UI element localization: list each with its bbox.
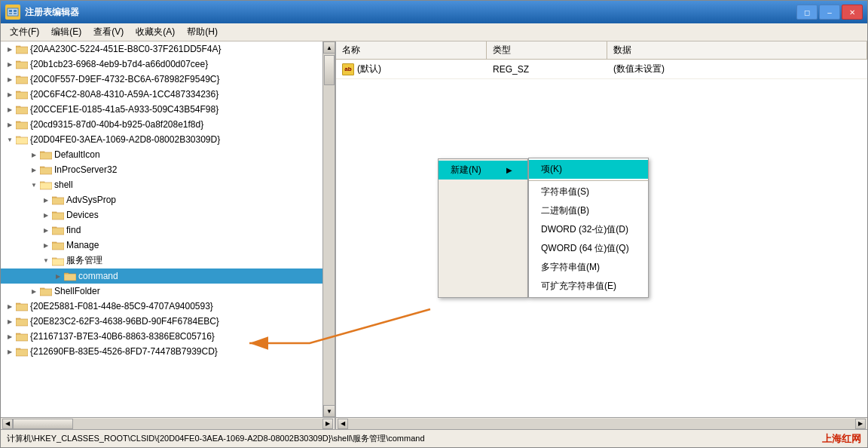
scroll-track-v[interactable] xyxy=(323,54,335,405)
tree-expand-icon[interactable]: ▶ xyxy=(4,88,16,100)
ctx-qword-val[interactable]: QWORD (64 位)值(Q) xyxy=(529,239,648,258)
scroll-thumb-v[interactable] xyxy=(324,55,335,85)
scroll-up-btn[interactable]: ▲ xyxy=(323,41,335,54)
svg-rect-1 xyxy=(9,10,12,12)
menu-file[interactable]: 文件(F) xyxy=(4,24,45,40)
ctx-expand-label: 可扩充字符串值(E) xyxy=(541,280,616,293)
tree-item-label: {20b1cb23-6968-4eb9-b7d4-a66d00d07cee} xyxy=(30,59,208,69)
folder-icon xyxy=(16,134,28,145)
reg-entry: ab (默认) xyxy=(342,63,481,75)
tree-expand-icon[interactable]: ▶ xyxy=(40,194,52,206)
scroll-track-left[interactable] xyxy=(13,419,322,429)
tree-item[interactable]: ▶{20b1cb23-6968-4eb9-b7d4-a66d00d07cee} xyxy=(1,57,322,72)
minimize-button[interactable]: – xyxy=(819,5,840,20)
tree-item-label: AdvSysProp xyxy=(66,195,116,205)
tree-expand-icon[interactable]: ▶ xyxy=(52,270,64,282)
tree-pane[interactable]: ▶{20AA230C-5224-451E-B8C0-37F261DD5F4A}▶… xyxy=(1,41,336,417)
close-button[interactable]: ✕ xyxy=(842,5,863,20)
svg-rect-12 xyxy=(16,92,28,99)
tree-expand-icon[interactable]: ▶ xyxy=(40,224,52,236)
tree-expand-icon[interactable]: ▶ xyxy=(28,149,40,161)
window-title: 注册表编辑器 xyxy=(25,6,796,19)
ctx-expand-val[interactable]: 可扩充字符串值(E) xyxy=(529,277,648,296)
tree-expand-icon[interactable]: ▶ xyxy=(4,118,16,130)
submenu-parent: 新建(N) ▶ xyxy=(438,158,528,298)
brand-label: 上海红网 xyxy=(822,432,861,446)
svg-rect-2 xyxy=(14,10,17,12)
ctx-binary-val[interactable]: 二进制值(B) xyxy=(529,201,648,220)
folder-icon xyxy=(16,316,28,327)
tree-item[interactable]: ▶InProcServer32 xyxy=(1,162,322,177)
tree-item[interactable]: ▶{20C0F557-D9EF-4732-BC6A-678982F9549C} xyxy=(1,72,322,87)
svg-rect-16 xyxy=(16,122,28,129)
tree-item[interactable]: ▶Devices xyxy=(1,207,322,222)
menu-help[interactable]: 帮助(H) xyxy=(181,24,224,40)
tree-item[interactable]: ▶{20C6F4C2-80A8-4310-A59A-1CC487334236} xyxy=(1,87,322,102)
svg-rect-20 xyxy=(40,152,52,159)
ctx-string-val[interactable]: 字符串值(S) xyxy=(529,183,648,201)
tree-item[interactable]: ▶ShellFolder xyxy=(1,284,322,299)
col-header-type: 类型 xyxy=(487,41,607,59)
registry-editor-window: 注册表编辑器 ◻ – ✕ 文件(F) 编辑(E) 查看(V) 收藏夹(A) 帮助… xyxy=(0,0,868,448)
tree-expand-icon[interactable]: ▶ xyxy=(4,73,16,85)
ctx-dword-val[interactable]: DWORD (32-位)值(D) xyxy=(529,220,648,239)
tree-item[interactable]: ▼服务管理 xyxy=(1,253,322,268)
tree-item[interactable]: ▶{20cd9315-87d0-40b4-b925-0a8f208e1f8d} xyxy=(1,117,322,132)
menu-favorites[interactable]: 收藏夹(A) xyxy=(130,24,181,40)
ctx-key[interactable]: 项(K) xyxy=(529,160,648,179)
ctx-multi-val[interactable]: 多字符串值(M) xyxy=(529,258,648,277)
tree-item[interactable]: ▶command xyxy=(1,268,322,284)
tree-item-label: Devices xyxy=(66,210,99,220)
ctx-dword-label: DWORD (32-位)值(D) xyxy=(541,223,628,236)
tree-item[interactable]: ▶find xyxy=(1,222,322,238)
scroll-thumb-left[interactable] xyxy=(13,419,73,429)
tree-expand-icon[interactable]: ▼ xyxy=(4,133,16,146)
context-menu: 新建(N) ▶ 项(K) 字符串值(S) 二进制值(B) xyxy=(438,158,649,298)
tree-expand-icon[interactable]: ▶ xyxy=(4,58,16,70)
scroll-track-right[interactable] xyxy=(348,419,855,429)
reg-name: (默认) xyxy=(357,63,381,75)
tree-scrollbar-v[interactable]: ▲ ▼ xyxy=(322,41,335,417)
tree-expand-icon[interactable]: ▶ xyxy=(4,330,16,342)
scroll-left-btn[interactable]: ◀ xyxy=(2,419,13,429)
left-scroll-area[interactable]: ◀ ▶ xyxy=(1,418,336,429)
svg-rect-46 xyxy=(16,349,28,356)
tree-expand-icon[interactable]: ▶ xyxy=(4,43,16,55)
tree-expand-icon[interactable]: ▼ xyxy=(40,255,52,267)
tree-expand-icon[interactable]: ▶ xyxy=(40,239,52,251)
tree-item[interactable]: ▶{212690FB-83E5-4526-8FD7-74478B7939CD} xyxy=(1,344,322,359)
scroll-right-right-btn[interactable]: ▶ xyxy=(855,419,866,429)
tree-item[interactable]: ▼{20D04FE0-3AEA-1069-A2D8-08002B30309D} xyxy=(1,132,322,147)
tree-item[interactable]: ▶Manage xyxy=(1,238,322,253)
tree-item[interactable]: ▶{20AA230C-5224-451E-B8C0-37F261DD5F4A} xyxy=(1,41,322,57)
menu-view[interactable]: 查看(V) xyxy=(87,24,130,40)
scroll-right-btn[interactable]: ▶ xyxy=(322,419,333,429)
tree-expand-icon[interactable]: ▼ xyxy=(28,179,40,191)
tree-item[interactable]: ▼shell xyxy=(1,177,322,192)
restore-button[interactable]: ◻ xyxy=(796,5,818,20)
tree-expand-icon[interactable]: ▶ xyxy=(28,164,40,176)
tree-item[interactable]: ▶{20CCEF1E-0185-41a5-A933-509C43B54F98} xyxy=(1,102,322,117)
tree-item[interactable]: ▶{20E25881-F081-448e-85C9-4707A9400593} xyxy=(1,299,322,314)
scroll-down-btn[interactable]: ▼ xyxy=(323,405,335,417)
ctx-new-item[interactable]: 新建(N) ▶ xyxy=(439,161,527,180)
tree-item[interactable]: ▶{21167137-B7E3-40B6-8863-8386E8C05716} xyxy=(1,329,322,344)
tree-item[interactable]: ▶DefaultIcon xyxy=(1,147,322,162)
tree-item[interactable]: ▶AdvSysProp xyxy=(1,192,322,207)
tree-expand-icon[interactable]: ▶ xyxy=(4,103,16,115)
tree-expand-icon[interactable]: ▶ xyxy=(28,285,40,297)
submenu-child: 项(K) 字符串值(S) 二进制值(B) DWORD (32-位)值(D) QW… xyxy=(528,158,649,298)
tree-item[interactable]: ▶{20E823C2-62F3-4638-96BD-90F4F6784EBC} xyxy=(1,314,322,329)
tree-expand-icon[interactable]: ▶ xyxy=(40,209,52,221)
table-row[interactable]: ab (默认) REG_SZ (数值未设置) xyxy=(336,60,867,79)
folder-icon xyxy=(52,195,64,205)
tree-expand-icon[interactable]: ▶ xyxy=(4,345,16,357)
menu-edit[interactable]: 编辑(E) xyxy=(45,24,87,40)
tree-expand-icon[interactable]: ▶ xyxy=(4,315,16,327)
scroll-left-right-btn[interactable]: ◀ xyxy=(338,419,348,429)
right-scroll-area[interactable]: ◀ ▶ xyxy=(336,418,867,429)
pane-wrapper: ▶{20AA230C-5224-451E-B8C0-37F261DD5F4A}▶… xyxy=(1,41,867,429)
tree-item-label: Manage xyxy=(66,240,99,250)
tree-expand-icon[interactable]: ▶ xyxy=(4,300,16,312)
status-path: 计算机\HKEY_CLASSES_ROOT\CLSID\{20D04FE0-3A… xyxy=(7,433,425,444)
